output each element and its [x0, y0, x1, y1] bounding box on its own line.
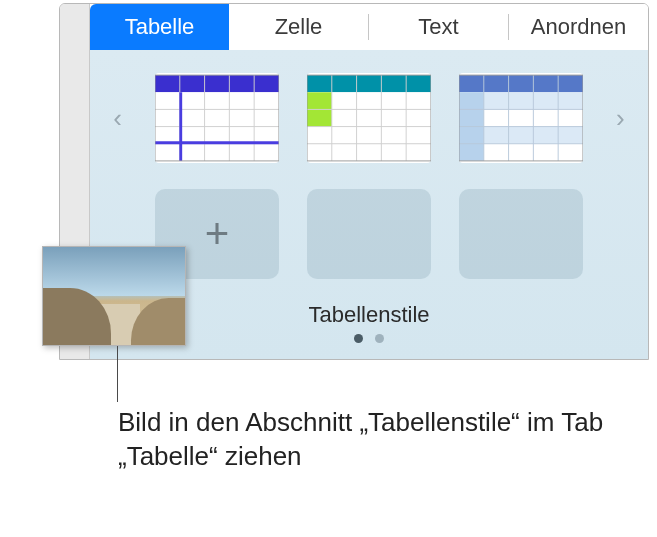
svg-rect-14	[307, 92, 332, 109]
svg-rect-15	[307, 109, 332, 126]
table-styles-title: Tabellenstile	[108, 302, 630, 328]
page-dot-2[interactable]	[375, 334, 384, 343]
page-dot-1[interactable]	[354, 334, 363, 343]
svg-rect-12	[307, 75, 431, 92]
tab-label: Anordnen	[531, 14, 626, 40]
styles-prev-button[interactable]: ‹	[108, 103, 127, 134]
tab-arrange[interactable]: Anordnen	[509, 4, 648, 50]
table-style-thumb-2[interactable]	[307, 73, 431, 163]
svg-rect-24	[459, 75, 583, 92]
svg-rect-0	[155, 75, 279, 92]
table-style-thumb-3[interactable]	[459, 73, 583, 163]
callout-leader-line	[117, 346, 118, 402]
inspector-tabs: Tabelle Zelle Text Anordnen	[90, 4, 648, 50]
dragged-image-thumbnail[interactable]	[42, 246, 186, 346]
page-dots	[108, 334, 630, 349]
tab-label: Zelle	[275, 14, 323, 40]
chevron-left-icon: ‹	[113, 103, 122, 134]
table-icon	[155, 73, 279, 163]
table-icon	[307, 73, 431, 163]
empty-style-slot	[459, 189, 583, 279]
tab-label: Text	[418, 14, 458, 40]
tab-table[interactable]: Tabelle	[90, 4, 229, 50]
table-styles-row-1: ‹	[108, 68, 630, 168]
tab-text[interactable]: Text	[369, 4, 508, 50]
callout-text: Bild in den Abschnitt „Tabellenstile“ im…	[118, 406, 638, 474]
styles-next-button[interactable]: ›	[611, 103, 630, 134]
table-style-thumb-1[interactable]	[155, 73, 279, 163]
tab-cell[interactable]: Zelle	[229, 4, 368, 50]
plus-icon: +	[205, 210, 230, 258]
empty-style-slot	[307, 189, 431, 279]
tab-label: Tabelle	[125, 14, 195, 40]
chevron-right-icon: ›	[616, 103, 625, 134]
table-styles-row-2: +	[108, 184, 630, 284]
table-icon	[459, 73, 583, 163]
